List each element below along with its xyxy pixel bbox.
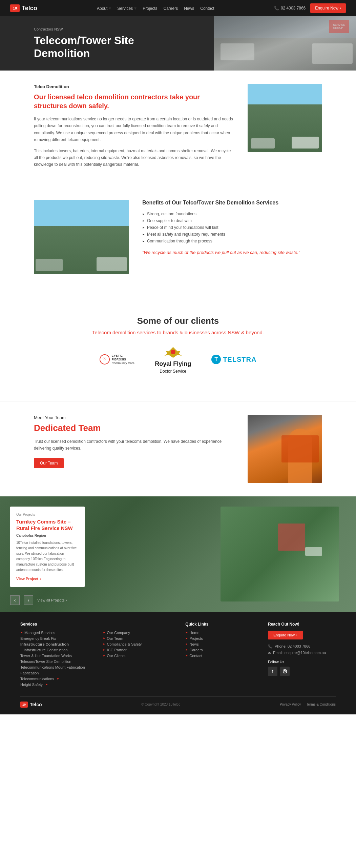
demolition-text: Telco Demolition Our licensed telco demo… [34,84,234,172]
team-label: Meet Your Team [34,415,234,420]
our-team-button[interactable]: Our Team [34,458,64,468]
team-section: Meet Your Team Dedicated Team Trust our … [0,401,356,496]
footer-services-title: Services [20,622,89,627]
client-telstra: T TELSTRA [211,355,256,364]
svg-point-1 [171,350,175,354]
nav-enquire-button[interactable]: Enquire Now › [310,3,346,13]
footer-company-title [103,622,172,627]
team-text: Meet Your Team Dedicated Team Trust our … [34,415,234,483]
view-all-projects-link[interactable]: View all Projects › [37,598,67,602]
footer-enquire-button[interactable]: Enquire Now › [268,631,303,639]
clients-section: Some of our clients Telecom demolition s… [0,288,356,401]
page-title: Telecom/Tower Site Demolition [34,34,204,60]
benefit-item: Strong, custom foundations [142,211,322,217]
project-body: 10Telco installed foundations, towers, f… [16,540,79,573]
footer-grid: Services ►Managed Services Emergency Bre… [20,622,336,688]
project-title: Turnkey Comms Site – Rural Fire Service … [16,518,79,532]
footer-link-contact[interactable]: ►Contact [185,654,254,658]
nav-links: About ▾ Services ▾ Projects Careers News… [97,5,214,11]
cystic-text: CYSTICFIBROSISCommunity Care [112,354,135,365]
facebook-icon[interactable]: f [268,667,277,676]
benefits-image [34,200,129,274]
carousel-prev-button[interactable]: ‹ [10,595,20,605]
footer-follow-title: Follow Us [268,660,336,664]
footer-link-telecom-fabrication: Fabrication [20,671,89,675]
nav-right: 📞 02 4003 7866 Enquire Now › [274,3,346,13]
hero-section: Contractors NSW Telecom/Tower Site Demol… [0,16,356,71]
clients-logos: ♡ CYSTICFIBROSISCommunity Care Royal Fly… [34,346,322,374]
clients-inner: Some of our clients Telecom demolition s… [34,302,322,387]
footer-company-col: ►Our Company ►Our Team ►Compliance & Saf… [103,622,172,688]
nav-item-careers[interactable]: Careers [164,5,178,11]
demolition-para2: This includes towers, batteries, interna… [34,147,234,168]
terms-conditions-link[interactable]: Terms & Conditions [306,703,336,706]
team-heading: Dedicated Team [34,423,234,433]
footer-link-emergency[interactable]: Emergency Break Fix [20,636,89,640]
footer-phone: 📞 Phone: 02 4003 7866 [268,644,336,649]
clients-subtitle: Telecom demolition services to brands & … [34,330,322,335]
benefits-title: Benefits of Our Telco/Tower Site Demolit… [142,200,322,206]
instagram-icon[interactable] [280,667,290,676]
nav-item-news[interactable]: News [184,5,194,11]
footer-quicklinks-col: Quick Links ►Home ►Projects ►News ►Caree… [185,622,254,688]
arrow-icon: › [340,6,341,11]
client-cystic-fibrosis: ♡ CYSTICFIBROSISCommunity Care [100,354,135,365]
nav-item-about[interactable]: About ▾ [97,5,111,11]
project-label: Our Projects [16,513,79,516]
footer-link-tower-hut[interactable]: Tower & Hut Foundation Works [20,654,89,658]
phone-icon: 📞 [268,644,273,649]
email-icon: ✉ [268,651,271,655]
footer-link-telco-mount[interactable]: Telecommunications Mount Fabrication [20,665,89,669]
footer-link-telecommunications[interactable]: Telecommunications► [20,677,89,681]
footer-link-telecom-demo[interactable]: Telecom/Tower Site Demolition [20,659,89,664]
hero-text: Contractors NSW Telecom/Tower Site Demol… [0,16,214,71]
footer-bottom: 10 Telco © Copyright 2023 10Telco Privac… [20,696,336,708]
footer-reach-title: Reach Out Now! [268,622,336,627]
logo-icon: 10 [10,4,20,12]
nav-item-contact[interactable]: Contact [200,5,214,11]
footer-link-clients[interactable]: ►Our Clients [103,654,172,658]
arrow-icon: › [66,598,67,602]
footer-logo: 10 Telco [20,702,42,708]
footer-link-height[interactable]: Height Safety► [20,683,89,687]
carousel-next-button[interactable]: › [24,595,33,605]
footer-services-col: Services ►Managed Services Emergency Bre… [20,622,89,688]
site-logo[interactable]: 10 Telco [10,4,37,12]
nav-phone: 📞 02 4003 7866 [274,6,306,11]
footer-link-careers[interactable]: ►Careers [185,648,254,652]
carousel-navigation: ‹ › View all Projects › [10,595,67,605]
demolition-section: Telco Demolition Our licensed telco demo… [0,71,356,186]
breadcrumb: Contractors NSW [34,27,204,31]
footer: Services ►Managed Services Emergency Bre… [0,612,356,714]
benefit-item: Meet all safety and regulatory requireme… [142,231,322,238]
footer-link-infrastructure[interactable]: Infrastructure Construction [20,642,89,646]
footer-link-icc[interactable]: ►ICC Partner [103,648,172,652]
nav-item-services[interactable]: Services ▾ [117,5,137,11]
view-project-button[interactable]: View Project › [16,577,41,581]
footer-link-news[interactable]: ►News [185,642,254,646]
benefit-item: Communication through the process [142,238,322,244]
svg-point-3 [284,670,286,672]
footer-link-projects[interactable]: ►Projects [185,636,254,640]
telstra-logo: T TELSTRA [211,355,256,364]
team-image [248,415,322,483]
footer-link-our-company[interactable]: ►Our Company [103,631,172,635]
demolition-para1: If your telecommunications service no lo… [34,116,234,143]
footer-link-managed[interactable]: ►Managed Services [20,631,89,635]
footer-email: ✉ Email: enquire@10telco.com.au [268,651,336,655]
footer-quicklinks-list: ►Home ►Projects ►News ►Careers ►Contact [185,631,254,658]
footer-link-compliance[interactable]: ►Compliance & Safety [103,642,172,646]
social-icons: f [268,667,336,676]
rfds-text: Royal Flying [155,360,191,368]
footer-quicklinks-title: Quick Links [185,622,254,627]
telstra-t-icon: T [211,355,221,364]
benefit-item: One supplier to deal with [142,217,322,224]
cystic-logo: ♡ CYSTICFIBROSISCommunity Care [100,354,135,365]
nav-item-projects[interactable]: Projects [143,5,157,11]
footer-link-home[interactable]: ►Home [185,631,254,635]
rfds-icon [163,346,183,359]
footer-link-our-team[interactable]: ►Our Team [103,636,172,640]
hero-image: SERVICEGROUP [214,16,356,71]
telstra-name: TELSTRA [223,356,256,363]
privacy-policy-link[interactable]: Privacy Policy [280,703,301,706]
